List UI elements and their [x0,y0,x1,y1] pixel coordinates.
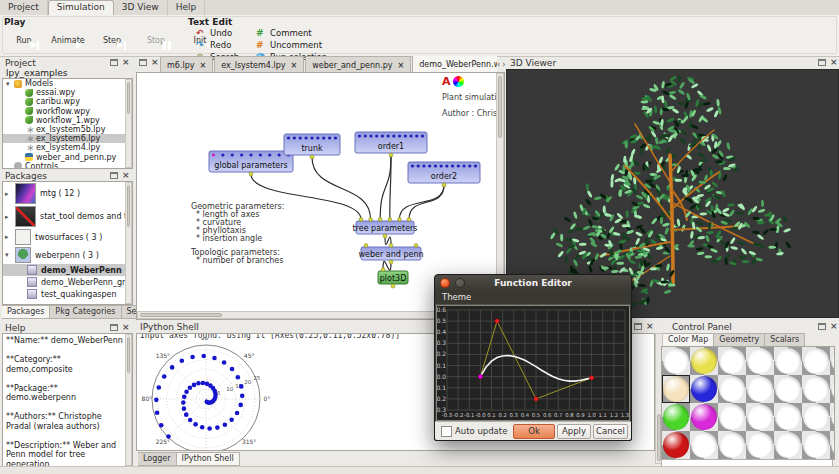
dialog-close-icon[interactable] [440,278,450,288]
tab-scroll-arrows[interactable]: ‹› [495,60,509,69]
textedit-action[interactable]: Comment [256,28,327,38]
editor-tab[interactable]: m6.lpy × [160,56,213,72]
input-port-icon[interactable] [445,164,448,167]
close-panel-icon[interactable]: × [122,324,130,331]
input-port-icon[interactable] [428,164,431,167]
input-port-icon[interactable] [231,153,234,156]
function-curve-plot[interactable]: 0.60.50.40.30.20.1-0.0-0.1-0.2-0.3-0.3-0… [437,306,629,418]
play-button[interactable]: Run [2,35,46,45]
control-panel-tab[interactable]: Geometry [714,333,765,347]
output-port-icon[interactable] [442,183,446,187]
cancel-button[interactable]: Cancel [593,424,628,439]
colormap-material-cell[interactable] [690,431,718,459]
expand-arrow-icon[interactable]: ▸ [5,233,13,241]
control-point[interactable] [478,374,483,379]
input-port-icon[interactable] [387,134,390,137]
close-tab-icon[interactable]: × [291,61,298,70]
output-port-icon[interactable] [249,172,253,176]
colormap-material-cell[interactable] [774,347,802,375]
package-item[interactable]: ▸ stat_tool demos and tutorials ( 2 ) [3,205,132,228]
input-port-icon[interactable] [451,164,454,167]
expand-arrow-icon[interactable]: ▸ [5,190,13,198]
close-panel-icon[interactable]: × [646,323,654,330]
menu-tab[interactable]: 3D View [114,1,168,15]
input-port-icon[interactable] [388,218,392,222]
editor-tab[interactable]: ex_lsystem4.lpy × [214,56,304,72]
input-port-icon[interactable] [398,134,401,137]
input-port-icon[interactable] [299,136,302,139]
project-tree-item[interactable]: ▾ Models [3,79,132,88]
input-port-icon[interactable] [378,218,382,222]
input-port-icon[interactable] [364,244,368,248]
colormap-material-cell[interactable] [746,431,774,459]
close-panel-icon[interactable]: × [122,172,130,179]
colormap-material-cell[interactable] [802,403,830,431]
menu-tab[interactable]: Help [168,1,206,15]
input-port-icon[interactable] [316,136,319,139]
ok-button[interactable]: Ok [513,424,555,439]
theme-menu[interactable]: Theme [442,292,471,302]
colormap-material-cell[interactable] [830,431,835,459]
auto-update-checkbox[interactable] [441,426,452,437]
output-port-icon[interactable] [389,260,393,264]
input-port-icon[interactable] [411,164,414,167]
editor-tab[interactable]: weber_and_penn.py × [305,56,411,72]
control-panel-tab[interactable]: Color Map [663,333,714,347]
input-port-icon[interactable] [328,136,331,139]
input-port-icon[interactable] [322,136,325,139]
packages-tab[interactable]: Pkg Categories [50,305,121,319]
input-port-icon[interactable] [434,164,437,167]
colormap-material-cell[interactable] [662,403,690,431]
close-panel-icon[interactable]: × [122,59,130,66]
function-editor-dialog[interactable]: Function Editor Theme 0.60.50.40.30.20.1… [434,274,632,441]
input-port-icon[interactable] [409,134,412,137]
menu-tab[interactable]: Project [0,1,48,15]
colormap-material-cell[interactable] [774,403,802,431]
package-item[interactable]: ▾ weberpenn ( 3 ) [3,246,132,264]
input-port-icon[interactable] [334,136,337,139]
float-panel-icon[interactable] [818,59,826,66]
input-port-icon[interactable] [221,153,224,156]
package-item[interactable]: demo_WeberPenn_grp_1 [3,276,132,288]
input-port-icon[interactable] [364,134,367,137]
colormap-material-cell[interactable] [802,347,830,375]
input-port-icon[interactable] [457,164,460,167]
colormap-material-cell[interactable] [690,403,718,431]
colormap-material-cell[interactable] [830,403,835,431]
project-tree-item[interactable]: weber_and_penn.py [3,153,132,162]
project-tree-item[interactable]: Controls [3,162,132,169]
colormap-material-cell[interactable] [718,375,746,403]
input-port-icon[interactable] [240,153,243,156]
colormap-material-cell[interactable] [662,347,690,375]
input-port-icon[interactable] [358,134,361,137]
input-port-icon[interactable] [287,136,290,139]
close-tab-icon[interactable]: × [199,61,206,70]
control-panel-tab[interactable]: Scalars [765,333,805,347]
output-port-icon[interactable] [391,284,395,288]
input-port-icon[interactable] [310,136,313,139]
input-port-icon[interactable] [414,244,418,248]
input-port-icon[interactable] [415,134,418,137]
float-panel-icon[interactable] [110,59,118,66]
input-port-icon[interactable] [381,134,384,137]
input-port-icon[interactable] [249,153,252,156]
project-tree-item[interactable]: ex_lsystem4.lpy [3,143,132,152]
input-port-icon[interactable] [212,153,215,156]
dialog-menubar[interactable]: Theme [435,291,631,305]
input-port-icon[interactable] [375,134,378,137]
control-point[interactable] [534,396,539,401]
float-panel-icon[interactable] [818,323,826,330]
menu-tab[interactable]: Simulation [48,0,114,15]
expand-arrow-icon[interactable]: ▾ [6,80,14,88]
colormap-material-cell[interactable] [746,347,774,375]
colormap-material-cell[interactable] [690,347,718,375]
project-tree-item[interactable]: workflow.wpy [3,107,132,116]
dialog-minimize-icon[interactable] [455,278,465,288]
shell-tab[interactable]: Logger [138,452,177,466]
project-tree-item[interactable]: essai.wpy [3,88,132,97]
input-port-icon[interactable] [392,134,395,137]
input-port-icon[interactable] [369,218,373,222]
textedit-action[interactable]: Undo [196,28,239,38]
colormap-material-cell[interactable] [662,431,690,459]
input-port-icon[interactable] [462,164,465,167]
